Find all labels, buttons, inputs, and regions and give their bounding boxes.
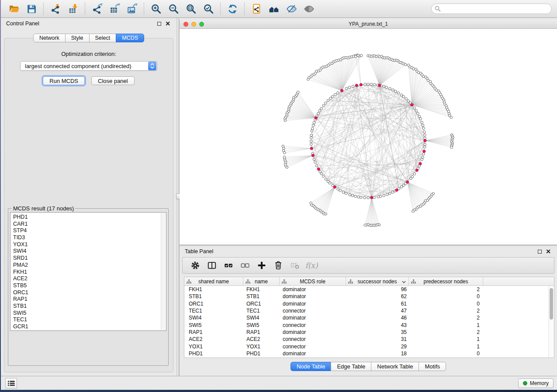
table-scrollbar-thumb[interactable]	[550, 288, 553, 320]
table-cell[interactable]: 2	[409, 314, 483, 321]
import-network-button[interactable]	[47, 1, 64, 16]
table-cell[interactable]: YOX1	[243, 343, 280, 350]
table-cell[interactable]: ORC1	[184, 300, 243, 307]
table-cell[interactable]: connector	[280, 343, 346, 350]
zoom-fit-button[interactable]	[182, 1, 200, 16]
mcds-result-item[interactable]: SWI5	[13, 310, 166, 317]
table-cell[interactable]: STB1	[243, 293, 280, 300]
table-row[interactable]: ACE2ACE2connector311	[184, 336, 554, 343]
tab-select[interactable]: Select	[89, 34, 117, 42]
table-cell[interactable]: STB1	[184, 293, 243, 300]
zoom-out-button[interactable]	[165, 1, 182, 16]
table-cell[interactable]: 35	[346, 329, 409, 336]
table-panel-float-button[interactable]	[538, 250, 542, 254]
table-cell[interactable]: connector	[280, 336, 346, 343]
refresh-view-button[interactable]	[224, 1, 241, 16]
table-cell[interactable]: 62	[346, 293, 409, 300]
table-cell[interactable]: FKH1	[243, 286, 280, 293]
table-cell[interactable]: 0	[409, 300, 483, 307]
open-file-button[interactable]	[5, 1, 23, 16]
delete-column-button[interactable]	[271, 258, 286, 272]
table-cell[interactable]: 47	[346, 307, 409, 314]
table-cell[interactable]: 31	[346, 336, 409, 343]
table-cell[interactable]: dominator	[280, 286, 346, 293]
table-cell[interactable]: dominator	[280, 329, 346, 336]
table-cell[interactable]: 2	[409, 307, 483, 314]
mcds-result-item[interactable]: STB5	[13, 282, 166, 289]
table-cell[interactable]: TEC1	[243, 307, 280, 314]
table-row[interactable]: TEC1TEC1connector472	[184, 307, 554, 314]
optimization-criterion-dropdown[interactable]: largest connected component (undirected)	[20, 61, 157, 71]
close-panel-button[interactable]: Close panel	[91, 76, 135, 85]
search-input[interactable]	[431, 3, 552, 14]
run-mcds-button[interactable]: Run MCDS	[43, 76, 85, 85]
table-cell[interactable]: 1	[409, 343, 483, 350]
memory-button[interactable]: Memory	[518, 378, 554, 388]
table-cell[interactable]: 29	[346, 343, 409, 350]
table-cell[interactable]: dominator	[280, 293, 346, 300]
mcds-result-item[interactable]: CAR1	[13, 221, 166, 228]
column-header-name[interactable]: name	[243, 277, 280, 285]
mcds-result-item[interactable]: GCR1	[13, 323, 166, 330]
table-row[interactable]: SWI5SWI5connector431	[184, 321, 554, 328]
mcds-result-item[interactable]: YOX1	[13, 241, 166, 248]
table-row[interactable]: YOX1YOX1connector291	[184, 343, 554, 350]
mcds-result-item[interactable]: STB1	[13, 303, 166, 310]
export-image-button[interactable]	[123, 1, 141, 16]
column-header-successor-nodes[interactable]: successor nodes	[346, 277, 409, 285]
table-cell[interactable]: RAP1	[184, 329, 243, 336]
mcds-result-item[interactable]: PMA2	[13, 262, 166, 269]
table-cell[interactable]: ACE2	[243, 336, 280, 343]
show-task-history-button[interactable]	[5, 378, 17, 389]
zoom-selected-button[interactable]	[200, 1, 217, 16]
table-cell[interactable]: 18	[346, 350, 409, 357]
tab-mcds[interactable]: MCDS	[116, 34, 144, 42]
table-cell[interactable]: SWI4	[184, 314, 243, 321]
control-panel-float-button[interactable]	[157, 22, 161, 26]
hide-graphics-details-button[interactable]	[283, 1, 300, 16]
select-all-button[interactable]	[221, 258, 236, 272]
table-cell[interactable]: YOX1	[184, 343, 243, 350]
mcds-result-item[interactable]: RAP1	[13, 296, 166, 303]
column-header-MCDS-role[interactable]: MCDS role	[280, 277, 346, 285]
show-column-button[interactable]	[204, 258, 219, 272]
table-row[interactable]: RAP1RAP1dominator352	[184, 329, 554, 336]
mcds-result-item[interactable]: STP4	[13, 227, 166, 234]
table-cell[interactable]: 2	[409, 329, 483, 336]
table-cell[interactable]: SWI5	[243, 321, 280, 328]
tab-edge-table[interactable]: Edge Table	[331, 362, 371, 371]
table-cell[interactable]: ACE2	[184, 336, 243, 343]
mcds-result-item[interactable]: FKH1	[13, 269, 166, 276]
table-cell[interactable]: FKH1	[184, 286, 243, 293]
mcds-result-item[interactable]: PHD1	[13, 214, 166, 221]
mcds-result-item[interactable]: SWI4	[13, 248, 166, 255]
mcds-list-scrollbar[interactable]	[161, 213, 166, 330]
export-network-button[interactable]	[88, 1, 106, 16]
table-cell[interactable]: 0	[409, 293, 483, 300]
table-cell[interactable]: 61	[346, 300, 409, 307]
table-row[interactable]: FKH1FKH1dominator962	[184, 286, 554, 293]
table-cell[interactable]: ORC1	[243, 300, 280, 307]
save-session-button[interactable]	[23, 1, 40, 16]
table-row[interactable]: SWI4SWI4dominator462	[184, 314, 554, 321]
table-cell[interactable]: RAP1	[243, 329, 280, 336]
zoom-in-button[interactable]	[147, 1, 165, 16]
tab-style[interactable]: Style	[65, 34, 90, 42]
table-cell[interactable]: PHD1	[243, 350, 280, 357]
table-cell[interactable]: PHD1	[184, 350, 243, 357]
table-cell[interactable]: connector	[280, 321, 346, 328]
table-panel-close-button[interactable]: ✕	[546, 249, 551, 254]
column-header-shared-name[interactable]: shared name	[184, 277, 243, 285]
network-canvas[interactable]	[180, 29, 557, 244]
mcds-result-item[interactable]: TID3	[13, 234, 166, 241]
import-table-button[interactable]	[64, 1, 82, 16]
show-network-overview-button[interactable]	[265, 1, 283, 16]
show-graphics-details-button[interactable]	[300, 1, 318, 16]
tab-network-table[interactable]: Network Table	[371, 362, 419, 371]
table-cell[interactable]: 1	[409, 336, 483, 343]
tab-network[interactable]: Network	[33, 34, 66, 42]
table-cell[interactable]: SWI5	[184, 321, 243, 328]
table-cell[interactable]: dominator	[280, 300, 346, 307]
mcds-result-item[interactable]: TEC1	[13, 316, 166, 323]
tab-node-table[interactable]: Node Table	[291, 362, 332, 371]
